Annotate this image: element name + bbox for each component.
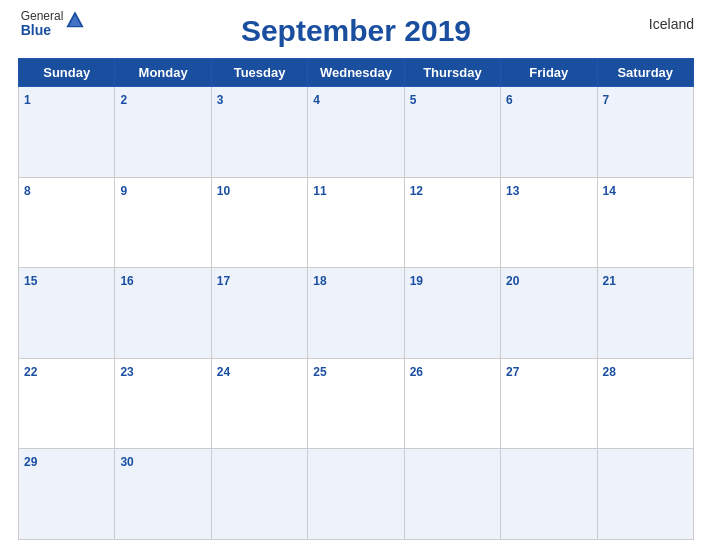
calendar-day-cell (501, 449, 597, 540)
calendar-day-cell (308, 449, 404, 540)
day-number: 4 (313, 93, 320, 107)
logo-blue-text: Blue (21, 23, 64, 38)
calendar-week-row: 891011121314 (19, 177, 694, 268)
day-number: 19 (410, 274, 423, 288)
calendar-day-cell: 6 (501, 87, 597, 178)
day-number: 22 (24, 365, 37, 379)
day-number: 10 (217, 184, 230, 198)
calendar-day-cell: 18 (308, 268, 404, 359)
day-number: 3 (217, 93, 224, 107)
calendar-day-cell: 10 (211, 177, 307, 268)
day-number: 23 (120, 365, 133, 379)
weekday-header-sunday: Sunday (19, 59, 115, 87)
day-number: 13 (506, 184, 519, 198)
calendar-day-cell: 12 (404, 177, 500, 268)
calendar-day-cell: 28 (597, 358, 693, 449)
weekday-header-monday: Monday (115, 59, 211, 87)
day-number: 24 (217, 365, 230, 379)
calendar-day-cell: 14 (597, 177, 693, 268)
calendar-day-cell: 29 (19, 449, 115, 540)
day-number: 2 (120, 93, 127, 107)
calendar-day-cell: 22 (19, 358, 115, 449)
month-title: September 2019 (18, 14, 694, 48)
weekday-header-row: SundayMondayTuesdayWednesdayThursdayFrid… (19, 59, 694, 87)
calendar-day-cell: 8 (19, 177, 115, 268)
day-number: 16 (120, 274, 133, 288)
calendar-day-cell: 21 (597, 268, 693, 359)
calendar-day-cell: 17 (211, 268, 307, 359)
day-number: 26 (410, 365, 423, 379)
logo-icon (65, 10, 85, 30)
day-number: 30 (120, 455, 133, 469)
calendar-day-cell (211, 449, 307, 540)
day-number: 28 (603, 365, 616, 379)
day-number: 25 (313, 365, 326, 379)
weekday-header-wednesday: Wednesday (308, 59, 404, 87)
calendar-day-cell: 30 (115, 449, 211, 540)
calendar-day-cell: 1 (19, 87, 115, 178)
calendar-day-cell: 24 (211, 358, 307, 449)
calendar-week-row: 2930 (19, 449, 694, 540)
calendar-week-row: 15161718192021 (19, 268, 694, 359)
day-number: 27 (506, 365, 519, 379)
calendar-day-cell: 3 (211, 87, 307, 178)
logo: General Blue (18, 10, 88, 39)
day-number: 15 (24, 274, 37, 288)
calendar-day-cell (597, 449, 693, 540)
calendar-week-row: 22232425262728 (19, 358, 694, 449)
country-label: Iceland (649, 16, 694, 32)
weekday-header-thursday: Thursday (404, 59, 500, 87)
calendar-table: SundayMondayTuesdayWednesdayThursdayFrid… (18, 58, 694, 540)
calendar-day-cell: 20 (501, 268, 597, 359)
day-number: 21 (603, 274, 616, 288)
day-number: 17 (217, 274, 230, 288)
day-number: 20 (506, 274, 519, 288)
calendar-day-cell: 16 (115, 268, 211, 359)
day-number: 12 (410, 184, 423, 198)
day-number: 5 (410, 93, 417, 107)
calendar-day-cell: 23 (115, 358, 211, 449)
day-number: 9 (120, 184, 127, 198)
calendar-week-row: 1234567 (19, 87, 694, 178)
day-number: 11 (313, 184, 326, 198)
calendar-day-cell (404, 449, 500, 540)
day-number: 8 (24, 184, 31, 198)
day-number: 14 (603, 184, 616, 198)
calendar-day-cell: 4 (308, 87, 404, 178)
day-number: 18 (313, 274, 326, 288)
calendar-day-cell: 13 (501, 177, 597, 268)
calendar-day-cell: 2 (115, 87, 211, 178)
calendar-day-cell: 25 (308, 358, 404, 449)
day-number: 7 (603, 93, 610, 107)
calendar-day-cell: 11 (308, 177, 404, 268)
day-number: 29 (24, 455, 37, 469)
calendar-day-cell: 27 (501, 358, 597, 449)
weekday-header-friday: Friday (501, 59, 597, 87)
calendar-day-cell: 9 (115, 177, 211, 268)
calendar-day-cell: 5 (404, 87, 500, 178)
day-number: 1 (24, 93, 31, 107)
calendar-day-cell: 26 (404, 358, 500, 449)
weekday-header-saturday: Saturday (597, 59, 693, 87)
calendar-header: General Blue September 2019 Iceland (18, 10, 694, 52)
calendar-day-cell: 15 (19, 268, 115, 359)
calendar-day-cell: 7 (597, 87, 693, 178)
calendar-day-cell: 19 (404, 268, 500, 359)
day-number: 6 (506, 93, 513, 107)
weekday-header-tuesday: Tuesday (211, 59, 307, 87)
